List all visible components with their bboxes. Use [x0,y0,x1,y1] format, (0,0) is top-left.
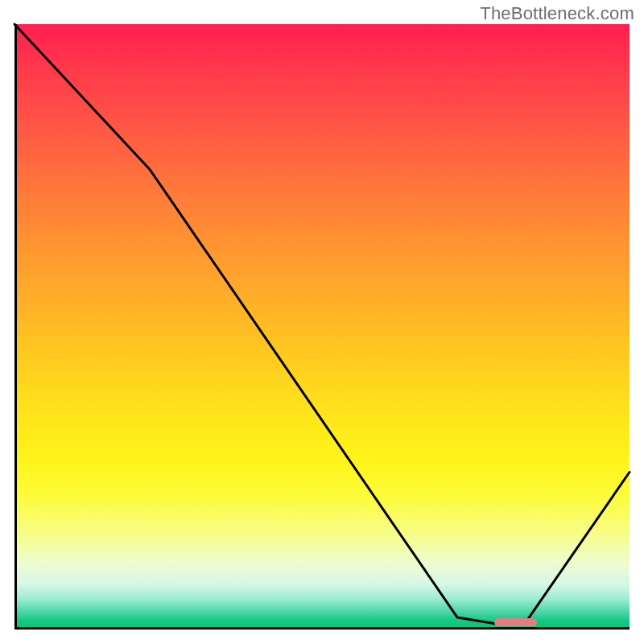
x-axis [14,627,630,630]
chart-curve [14,24,630,630]
bottleneck-curve-path [14,24,630,623]
chart-frame [14,24,630,630]
watermark-text: TheBottleneck.com [480,3,634,24]
optimal-range-marker [494,618,537,626]
y-axis [14,24,17,630]
